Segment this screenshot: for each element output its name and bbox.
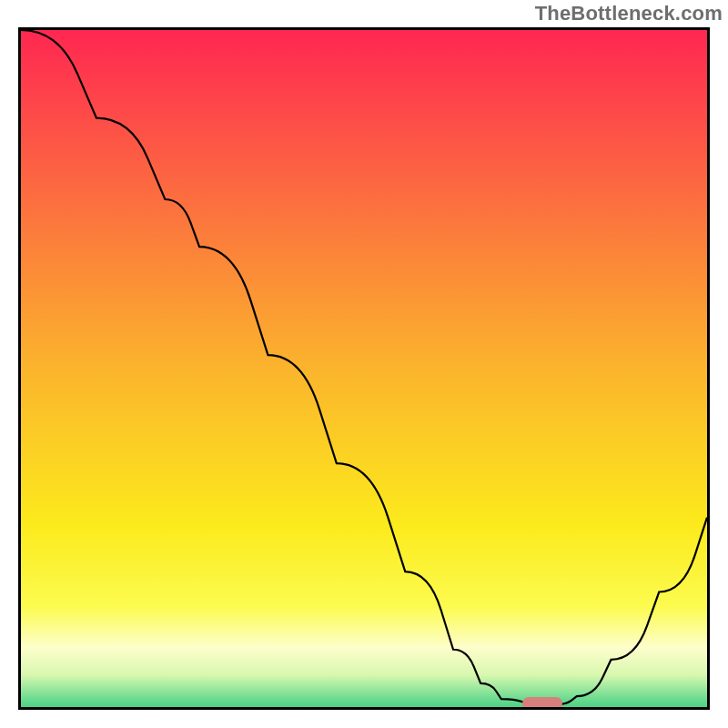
chart-frame: TheBottleneck.com bbox=[0, 0, 728, 728]
bottleneck-curve bbox=[21, 30, 707, 707]
watermark-text: TheBottleneck.com bbox=[535, 2, 723, 25]
plot-area bbox=[18, 27, 710, 710]
optimum-marker bbox=[522, 697, 562, 710]
